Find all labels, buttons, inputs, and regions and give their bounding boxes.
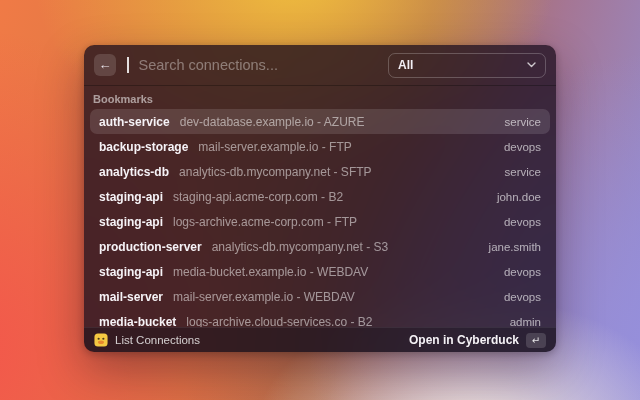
return-key-badge: ↵: [526, 333, 546, 348]
back-arrow-icon: ←: [99, 54, 112, 76]
connection-detail: analytics-db.mycompany.net - S3: [212, 240, 479, 254]
text-cursor: [127, 57, 129, 73]
connection-detail: analytics-db.mycompany.net - SFTP: [179, 165, 495, 179]
search-input[interactable]: [135, 57, 383, 73]
list-item[interactable]: production-server analytics-db.mycompany…: [90, 234, 550, 259]
connection-detail: media-bucket.example.io - WEBDAV: [173, 265, 494, 279]
connection-detail: staging-api.acme-corp.com - B2: [173, 190, 487, 204]
list-item[interactable]: staging-api media-bucket.example.io - WE…: [90, 259, 550, 284]
connection-search-panel: ← All Bookmarks auth-service dev-databas…: [84, 45, 556, 352]
connection-user: jane.smith: [489, 241, 541, 253]
connection-user: devops: [504, 141, 541, 153]
list-item[interactable]: media-bucket logs-archive.cloud-services…: [90, 309, 550, 327]
connection-user: john.doe: [497, 191, 541, 203]
open-in-cyberduck-action[interactable]: Open in Cyberduck ↵: [409, 333, 546, 348]
list-item[interactable]: staging-api logs-archive.acme-corp.com -…: [90, 209, 550, 234]
connection-detail: mail-server.example.io - WEBDAV: [173, 290, 494, 304]
list-item[interactable]: staging-api staging-api.acme-corp.com - …: [90, 184, 550, 209]
list-item[interactable]: mail-server mail-server.example.io - WEB…: [90, 284, 550, 309]
connection-user: devops: [504, 266, 541, 278]
connection-name: mail-server: [99, 290, 163, 304]
search-header: ← All: [84, 45, 556, 86]
list-item[interactable]: auth-service dev-database.example.io - A…: [90, 109, 550, 134]
connection-user: service: [505, 166, 541, 178]
footer-bar: List Connections Open in Cyberduck ↵: [84, 327, 556, 352]
cyberduck-app-icon: [94, 333, 108, 347]
return-key-icon: ↵: [532, 335, 540, 346]
connection-detail: dev-database.example.io - AZURE: [180, 115, 495, 129]
connection-name: backup-storage: [99, 140, 188, 154]
connection-name: media-bucket: [99, 315, 176, 328]
list-item[interactable]: analytics-db analytics-db.mycompany.net …: [90, 159, 550, 184]
connection-name: staging-api: [99, 215, 163, 229]
chevron-down-icon: [527, 62, 536, 68]
connection-name: auth-service: [99, 115, 170, 129]
list-item[interactable]: backup-storage mail-server.example.io - …: [90, 134, 550, 159]
connection-detail: mail-server.example.io - FTP: [198, 140, 494, 154]
connection-user: devops: [504, 291, 541, 303]
source-label: List Connections: [115, 334, 200, 346]
connection-name: production-server: [99, 240, 202, 254]
back-button[interactable]: ←: [94, 54, 116, 76]
desktop-background: ← All Bookmarks auth-service dev-databas…: [0, 0, 640, 400]
connection-user: devops: [504, 216, 541, 228]
section-title: Bookmarks: [93, 93, 547, 106]
connection-detail: logs-archive.acme-corp.com - FTP: [173, 215, 494, 229]
connection-detail: logs-archive.cloud-services.co - B2: [186, 315, 499, 328]
connection-name: analytics-db: [99, 165, 169, 179]
connection-name: staging-api: [99, 190, 163, 204]
filter-dropdown[interactable]: All: [388, 53, 546, 78]
action-label: Open in Cyberduck: [409, 333, 519, 347]
connection-user: service: [505, 116, 541, 128]
bookmark-list: Bookmarks auth-service dev-database.exam…: [84, 86, 556, 327]
connection-user: admin: [510, 316, 541, 328]
filter-selected-value: All: [398, 58, 413, 72]
connection-name: staging-api: [99, 265, 163, 279]
